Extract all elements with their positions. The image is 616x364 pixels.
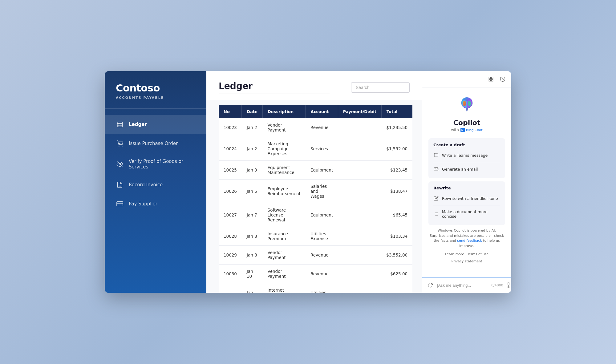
table-row: 10025 Jan 3 Equipment Maintenance Equipm…: [219, 161, 412, 180]
sidebar-item-pay-supplier[interactable]: Pay Supplier: [105, 194, 206, 213]
cell-description: Marketing Campaign Expenses: [263, 137, 306, 161]
ledger-icon: [116, 120, 124, 128]
table-row: 10026 Jan 6 Employee Reimbursement Salar…: [219, 180, 412, 203]
svg-rect-17: [492, 80, 493, 81]
copilot-subtitle: with b Bing Chat: [451, 128, 482, 132]
svg-rect-0: [117, 122, 123, 127]
cell-description: Equipment Maintenance: [263, 161, 306, 180]
cell-total: $625.00: [381, 265, 412, 283]
action-divider-1: [433, 162, 500, 162]
copilot-links: Learn more Terms of use Privacy statemen…: [428, 252, 505, 263]
cell-no: 10029: [219, 246, 242, 265]
page-title: Ledger: [219, 81, 330, 91]
cell-no: 10028: [219, 227, 242, 246]
rewrite-section: Rewrite Rewrite with a friendlier tone M…: [428, 181, 505, 225]
cell-no: 10024: [219, 137, 242, 161]
table-row: 10029 Jan 8 Vendor Payment Revenue $3,55…: [219, 246, 412, 265]
cell-total: $65.45: [381, 203, 412, 227]
char-count: 0/4000: [491, 283, 503, 287]
cell-no: 10031: [219, 283, 242, 293]
cell-no: 10027: [219, 203, 242, 227]
col-header-description: Description: [263, 105, 306, 118]
cell-payment: [338, 203, 381, 227]
sidebar-item-label-verify-proof: Verify Proof of Goods or Services: [129, 159, 195, 170]
teams-icon: [433, 152, 439, 158]
cell-account: Equipment: [306, 161, 338, 180]
cell-account: Revenue: [306, 246, 338, 265]
history-icon[interactable]: [498, 75, 507, 83]
rewrite-tone-item[interactable]: Rewrite with a friendlier tone: [433, 193, 500, 203]
sidebar-item-label-record-invoice: Record Invoice: [129, 182, 163, 188]
privacy-statement-link[interactable]: Privacy statement: [452, 259, 482, 263]
cell-date: Jan 2: [242, 118, 263, 137]
generate-email-item[interactable]: Generate an email: [433, 164, 500, 174]
cell-description: Vendor Payment: [263, 265, 306, 283]
refresh-button[interactable]: [426, 281, 435, 289]
bing-icon: b: [460, 128, 465, 132]
sidebar-item-label-purchase-order: Issue Purchase Order: [129, 141, 178, 146]
make-concise-item[interactable]: Make a document more concise: [433, 207, 500, 221]
cell-description: Vendor Payment: [263, 118, 306, 137]
learn-more-link[interactable]: Learn more: [445, 252, 464, 256]
cell-description: Employee Reimbursement: [263, 180, 306, 203]
cell-total: $123.45: [381, 161, 412, 180]
cell-account: Revenue: [306, 265, 338, 283]
action-divider-2: [433, 205, 500, 205]
make-concise-label: Make a document more concise: [442, 209, 500, 219]
cell-payment: [338, 161, 381, 180]
sidebar-item-ledger[interactable]: Ledger: [105, 115, 206, 134]
copilot-input-area: 0/4000: [422, 277, 511, 293]
write-teams-message-item[interactable]: Write a Teams message: [433, 150, 500, 160]
cell-payment: [338, 118, 381, 137]
cell-description: Software License Renewal: [263, 203, 306, 227]
rewrite-tone-icon: [433, 196, 439, 201]
sidebar-header: Contoso ACCOUNTS PAYABLE: [105, 71, 206, 109]
cell-no: 10030: [219, 265, 242, 283]
cell-date: Jan 7: [242, 203, 263, 227]
col-header-account: Account: [306, 105, 338, 118]
table-row: 10030 Jan 10 Vendor Payment Revenue $625…: [219, 265, 412, 283]
sidebar-subtitle: ACCOUNTS PAYABLE: [116, 96, 195, 100]
cell-date: Jan 2: [242, 137, 263, 161]
table-row: 10027 Jan 7 Software License Renewal Equ…: [219, 203, 412, 227]
table-container: No Date Description Account Payment/Debi…: [206, 100, 422, 293]
cell-description: Vendor Payment: [263, 246, 306, 265]
pay-supplier-icon: [116, 200, 124, 208]
sidebar: Contoso ACCOUNTS PAYABLE Ledger Issue Pu…: [105, 71, 206, 293]
cell-payment: [338, 180, 381, 203]
col-header-no: No: [219, 105, 242, 118]
company-logo: Contoso: [116, 82, 195, 94]
svg-rect-15: [492, 77, 493, 79]
send-feedback-link[interactable]: send feedback: [457, 239, 482, 243]
cell-date: Jan 10: [242, 283, 263, 293]
grid-icon[interactable]: [487, 75, 495, 83]
microphone-icon[interactable]: [506, 282, 511, 288]
sidebar-item-record-invoice[interactable]: Record Invoice: [105, 175, 206, 194]
cell-date: Jan 10: [242, 265, 263, 283]
cell-date: Jan 6: [242, 180, 263, 203]
cell-description: Internet Service Subscription: [263, 283, 306, 293]
create-draft-section: Create a draft Write a Teams message Gen…: [428, 138, 505, 178]
copilot-ask-input[interactable]: [437, 283, 489, 288]
cell-payment: [338, 246, 381, 265]
generate-email-label: Generate an email: [442, 167, 478, 172]
table-row: 10031 Jan 10 Internet Service Subscripti…: [219, 283, 412, 293]
cell-account: Utilities Expense: [306, 227, 338, 246]
table-row: 10023 Jan 2 Vendor Payment Revenue $1,23…: [219, 118, 412, 137]
rewrite-tone-label: Rewrite with a friendlier tone: [442, 196, 498, 201]
table-row: 10024 Jan 2 Marketing Campaign Expenses …: [219, 137, 412, 161]
search-input[interactable]: [351, 82, 410, 93]
svg-point-21: [463, 101, 466, 106]
copilot-title: Copilot: [453, 119, 480, 127]
cell-account: Services: [306, 137, 338, 161]
sidebar-item-verify-proof[interactable]: Verify Proof of Goods or Services: [105, 153, 206, 175]
cell-total: $1,592.00: [381, 137, 412, 161]
cell-payment: [338, 283, 381, 293]
sidebar-nav: Ledger Issue Purchase Order Verify Proof…: [105, 109, 206, 293]
cell-total: $87.42: [381, 283, 412, 293]
title-underline: [219, 94, 330, 94]
sidebar-item-issue-purchase-order[interactable]: Issue Purchase Order: [105, 134, 206, 153]
cell-no: 10025: [219, 161, 242, 180]
terms-of-use-link[interactable]: Terms of use: [467, 252, 488, 256]
write-teams-label: Write a Teams message: [442, 153, 488, 158]
